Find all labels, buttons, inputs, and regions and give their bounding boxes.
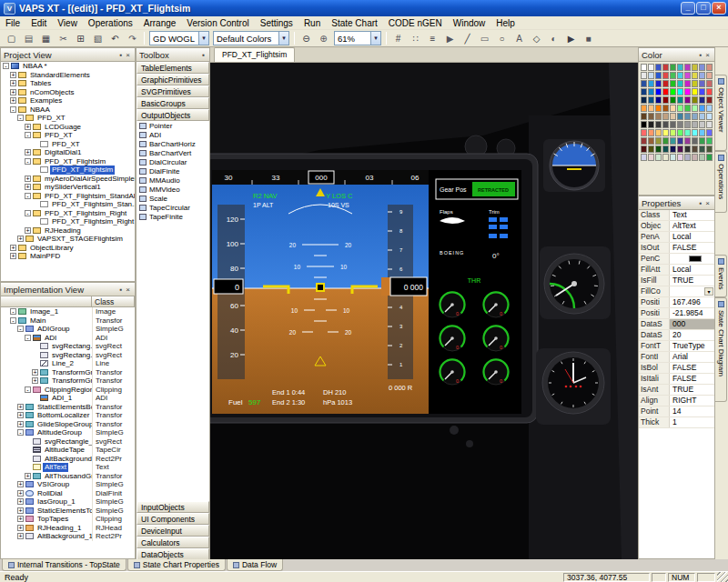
implementation-tree-item[interactable]: -ClippingRegion_1Clipping — [1, 386, 135, 395]
project-tree-item[interactable]: +MainPFD — [1, 252, 135, 261]
color-swatch[interactable] — [648, 88, 654, 95]
chevron-down-icon[interactable]: ▾ — [370, 32, 380, 45]
color-swatch[interactable] — [662, 105, 669, 112]
expand-icon[interactable]: + — [32, 377, 38, 384]
project-tree-item[interactable]: PFD_XT_Flightsim_Stan... — [1, 200, 135, 209]
color-swatch[interactable] — [655, 146, 662, 153]
implementation-tree-item[interactable]: Line_2Line — [1, 359, 135, 368]
color-swatch[interactable] — [684, 121, 691, 128]
project-tree-item[interactable]: +myAeroDialAirSpeedSimple60 — [1, 175, 135, 184]
color-swatch[interactable] — [670, 146, 676, 153]
color-swatch[interactable] — [684, 80, 691, 87]
paste-button[interactable]: ▧ — [90, 31, 106, 45]
color-swatch[interactable] — [662, 146, 669, 153]
color-swatch[interactable] — [655, 64, 662, 71]
color-swatch[interactable] — [677, 80, 683, 87]
zoom-out-button[interactable]: ⊖ — [298, 31, 314, 45]
collapse-icon[interactable]: - — [10, 317, 16, 324]
close-icon[interactable]: × — [124, 284, 132, 296]
collapse-icon[interactable]: - — [25, 335, 31, 341]
color-swatch[interactable] — [662, 113, 669, 120]
project-tree-item[interactable]: +mySliderVertical1 — [1, 183, 135, 192]
color-swatch[interactable] — [692, 88, 698, 95]
color-swatch[interactable] — [699, 137, 705, 145]
design-canvas[interactable]: 0 — [210, 63, 638, 559]
color-swatch[interactable] — [677, 146, 683, 153]
project-tree-item[interactable]: -NBAA — [1, 105, 135, 115]
polygon-tool-button[interactable]: ◇ — [529, 31, 544, 45]
toolbox-section-tableelements[interactable]: TableElements — [136, 62, 209, 74]
pin-icon[interactable]: ▪ — [697, 197, 703, 209]
implementation-tree-item[interactable]: AltTextText — [1, 463, 135, 472]
expand-icon[interactable]: + — [25, 124, 31, 130]
property-row[interactable]: Thick1 — [639, 417, 714, 428]
pin-icon[interactable]: ▪ — [697, 49, 703, 61]
property-row[interactable]: FillCo▾ — [639, 286, 714, 297]
color-swatch[interactable] — [655, 113, 662, 120]
implementation-tree-item[interactable]: +TransformGr...Transfor — [1, 368, 135, 377]
color-swatch[interactable] — [677, 96, 683, 104]
implementation-tree-item[interactable]: -ADIGroupSimpleG — [1, 325, 135, 334]
implementation-tree-item[interactable]: +RJHeading_1RJHead — [1, 524, 135, 533]
color-swatch[interactable] — [641, 129, 647, 136]
open-file-button[interactable]: ▤ — [21, 31, 36, 45]
property-value[interactable]: 1 — [670, 417, 714, 427]
property-row[interactable]: IsAntTRUE — [639, 385, 714, 396]
color-swatch[interactable] — [662, 137, 669, 145]
color-swatch[interactable] — [706, 137, 713, 145]
stop-button[interactable]: ■ — [581, 31, 596, 45]
toolbox-item-barchartvert[interactable]: BarChartVert — [136, 148, 209, 157]
expand-icon[interactable]: + — [10, 80, 16, 86]
property-value[interactable]: Local — [670, 265, 714, 275]
property-row[interactable]: IsBolFALSE — [639, 363, 714, 374]
toolbox-item-tapefinite[interactable]: TapeFinite — [136, 212, 209, 221]
toolbox-section-graphicprimitives[interactable]: GraphicPrimitives — [136, 74, 209, 85]
align-button[interactable]: ≡ — [425, 31, 440, 45]
color-swatch[interactable] — [648, 113, 654, 120]
color-swatch[interactable] — [662, 154, 669, 161]
color-swatch[interactable] — [670, 80, 676, 87]
color-swatch[interactable] — [670, 72, 676, 79]
color-swatch[interactable] — [692, 72, 698, 79]
color-swatch[interactable] — [677, 64, 683, 71]
color-picker-button[interactable]: ◐ — [546, 31, 561, 45]
color-swatch[interactable] — [699, 121, 705, 128]
color-swatch[interactable] — [648, 146, 654, 153]
color-swatch[interactable] — [670, 129, 676, 136]
expand-icon[interactable]: + — [10, 245, 16, 251]
colors-combo[interactable]: Default Colors ▾ — [213, 31, 289, 45]
edge-tab-operations[interactable]: Operations — [715, 151, 727, 213]
color-swatch[interactable] — [692, 96, 698, 104]
color-swatch[interactable] — [641, 105, 647, 112]
toolbox-item-mmvideo[interactable]: MMVideo — [136, 185, 209, 194]
color-swatch[interactable] — [641, 137, 647, 145]
color-swatch[interactable] — [662, 80, 669, 87]
implementation-tree-item[interactable]: svgRectang...svgRect — [1, 342, 135, 351]
expand-icon[interactable]: + — [25, 176, 31, 182]
expand-icon[interactable]: + — [17, 412, 24, 418]
color-swatch[interactable] — [706, 113, 713, 120]
color-swatch[interactable] — [699, 113, 705, 120]
bottom-tab-state-chart-properties[interactable]: State Chart Properties — [127, 559, 226, 571]
color-swatch[interactable] — [699, 80, 705, 87]
renderer-combo[interactable]: GD WOGL ▾ — [149, 31, 209, 45]
expand-icon[interactable]: + — [17, 481, 24, 487]
color-swatch[interactable] — [706, 72, 713, 79]
expand-icon[interactable]: + — [10, 97, 16, 104]
implementation-tree-item[interactable]: ADI_1ADI — [1, 394, 135, 403]
color-swatch[interactable] — [706, 154, 713, 161]
property-row[interactable]: Point14 — [639, 406, 714, 417]
property-value[interactable]: -21.9854 — [670, 308, 714, 318]
canvas-tab[interactable]: PFD_XT_Flightsim — [214, 47, 295, 62]
project-tree-item[interactable]: +VAPSXT_STAGEFlightsim — [1, 235, 135, 244]
color-swatch[interactable] — [655, 72, 662, 79]
pin-icon[interactable]: ▪ — [117, 284, 124, 296]
color-swatch[interactable] — [692, 129, 698, 136]
color-swatch[interactable] — [641, 64, 647, 71]
color-swatch[interactable] — [684, 137, 691, 145]
new-file-button[interactable]: ▢ — [4, 31, 19, 45]
color-swatch[interactable] — [684, 146, 691, 153]
color-swatch[interactable] — [670, 88, 676, 95]
close-icon[interactable]: × — [703, 49, 712, 61]
collapse-icon[interactable]: - — [17, 429, 24, 436]
